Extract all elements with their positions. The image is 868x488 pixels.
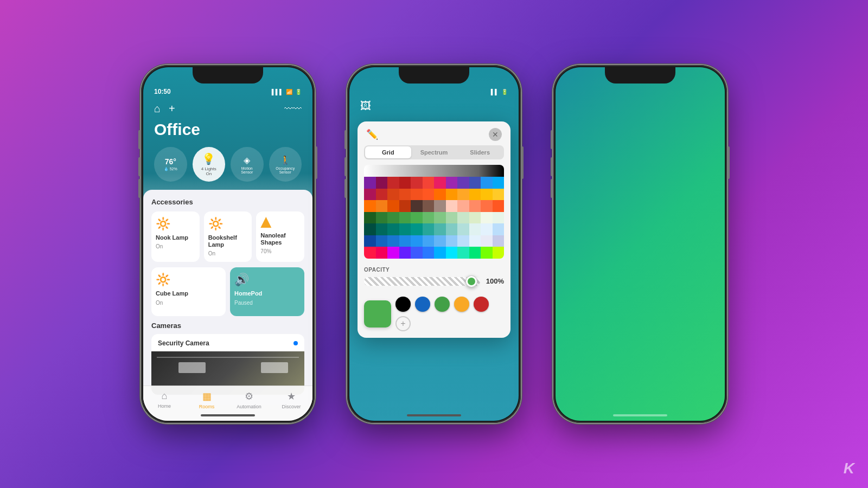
color-cell[interactable] [446,177,458,189]
tab-discover[interactable]: ★ Discover [270,390,312,409]
add-swatch-button[interactable]: + [395,316,411,331]
color-cell[interactable] [457,223,469,235]
color-cell[interactable] [399,200,411,212]
color-cell[interactable] [423,212,435,224]
add-icon[interactable]: + [169,102,175,115]
color-cell[interactable] [399,212,411,224]
color-cell[interactable] [469,223,481,235]
color-cell[interactable] [376,235,388,247]
color-cell[interactable] [434,212,446,224]
color-cell[interactable] [364,189,376,201]
color-cell[interactable] [376,212,388,224]
color-cell[interactable] [434,189,446,201]
color-cell[interactable] [481,212,493,224]
color-cell[interactable] [493,235,505,247]
color-cell[interactable] [434,235,446,247]
color-cell[interactable] [469,189,481,201]
color-cell[interactable] [423,223,435,235]
color-cell[interactable] [481,200,493,212]
color-cell[interactable] [364,177,376,189]
color-cell[interactable] [387,177,399,189]
color-cell[interactable] [411,189,423,201]
color-cell[interactable] [376,177,388,189]
color-cell[interactable] [446,189,458,201]
color-cell[interactable] [364,235,376,247]
voice-icon[interactable]: 〰〰 [284,104,302,114]
motion-stat[interactable]: ◈ MotionSensor [231,147,264,182]
tab-grid[interactable]: Grid [365,146,411,158]
opacity-slider[interactable]: 100% [364,276,504,287]
active-swatch[interactable] [364,300,391,328]
pencil-icon[interactable]: ✏️ [366,129,378,140]
color-cell[interactable] [481,247,493,259]
color-cell[interactable] [481,223,493,235]
home-icon[interactable]: ⌂ [154,102,161,115]
tab-sliders[interactable]: Sliders [457,146,503,158]
close-button[interactable]: ✕ [489,128,502,141]
color-cell[interactable] [493,200,505,212]
color-cell[interactable] [457,212,469,224]
color-cell[interactable] [481,235,493,247]
color-cell[interactable] [457,247,469,259]
color-cell[interactable] [364,247,376,259]
color-cell[interactable] [469,212,481,224]
color-cell[interactable] [411,247,423,259]
color-cell[interactable] [469,200,481,212]
swatch-green[interactable] [435,297,450,312]
color-cell[interactable] [399,177,411,189]
color-cell[interactable] [457,235,469,247]
color-cell[interactable] [481,189,493,201]
gallery-icon[interactable]: 🖼 [360,100,371,112]
color-cell[interactable] [446,200,458,212]
occupancy-stat[interactable]: 🚶 OccupancySensor [269,147,302,182]
color-cell[interactable] [376,189,388,201]
color-cell[interactable] [469,235,481,247]
color-cell[interactable] [481,177,493,189]
color-cell[interactable] [399,247,411,259]
cube-lamp-card[interactable]: 🔆 Cube Lamp On [151,267,226,316]
color-cell[interactable] [387,212,399,224]
color-cell[interactable] [399,235,411,247]
color-cell[interactable] [457,189,469,201]
color-cell[interactable] [469,177,481,189]
color-cell[interactable] [387,189,399,201]
nook-lamp-card[interactable]: 🔆 Nook Lamp On [151,211,200,262]
color-cell[interactable] [493,177,505,189]
color-cell[interactable] [387,235,399,247]
color-cell[interactable] [457,177,469,189]
swatch-yellow[interactable] [454,297,469,312]
color-cell[interactable] [434,177,446,189]
opacity-thumb[interactable] [465,275,477,287]
color-cell[interactable] [434,223,446,235]
tab-spectrum[interactable]: Spectrum [411,146,457,158]
color-cell[interactable] [493,247,505,259]
color-cell[interactable] [493,223,505,235]
color-cell[interactable] [411,177,423,189]
color-cell[interactable] [387,223,399,235]
lights-stat[interactable]: 💡 4 LightsOn [193,147,226,182]
color-cell[interactable] [446,223,458,235]
color-cell[interactable] [423,200,435,212]
swatch-black[interactable] [395,297,411,312]
tab-automation[interactable]: ⚙ Automation [228,390,270,409]
color-cell[interactable] [493,189,505,201]
color-cell[interactable] [364,212,376,224]
swatch-blue[interactable] [415,297,430,312]
color-cell[interactable] [469,247,481,259]
color-cell[interactable] [387,200,399,212]
color-cell[interactable] [434,247,446,259]
color-cell[interactable] [434,200,446,212]
color-cell[interactable] [423,235,435,247]
color-cell[interactable] [446,247,458,259]
tab-rooms[interactable]: ▦ Rooms [186,390,228,409]
color-cell[interactable] [364,200,376,212]
color-cell[interactable] [411,212,423,224]
color-cell[interactable] [376,200,388,212]
color-cell[interactable] [387,247,399,259]
color-cell[interactable] [423,189,435,201]
homepod-card[interactable]: 🔊 HomePod Paused [230,267,304,316]
swatch-red[interactable] [474,297,489,312]
tab-home[interactable]: ⌂ Home [143,390,186,409]
color-cell[interactable] [411,223,423,235]
color-cell[interactable] [399,189,411,201]
